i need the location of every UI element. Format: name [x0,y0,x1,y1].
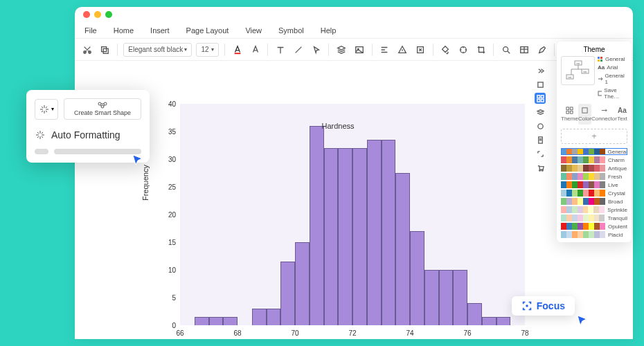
menu-home[interactable]: Home [114,26,134,35]
menubar: File Home Insert Page Layout View Symbol… [75,22,633,39]
text-tool-icon[interactable] [274,43,287,57]
shapes-icon[interactable] [535,79,546,90]
toolbar: Elegant soft black▾ 12▾ [75,39,633,61]
svg-text:text: text [569,76,572,79]
add-theme-button[interactable]: + [561,129,627,144]
histogram-chart: 0510152025303540 Frequency 6668707274767… [151,104,525,346]
maximize-icon[interactable] [105,11,112,18]
minimize-icon[interactable] [94,11,101,18]
histogram-bar [382,140,396,325]
y-tick: 30 [168,156,176,163]
svg-point-7 [503,46,508,51]
svg-rect-38 [570,111,573,113]
grid-icon[interactable] [535,93,546,104]
theme-panel-title: Theme [561,46,627,53]
color-scheme-row[interactable]: Tranquil [561,215,627,221]
color-scheme-row[interactable]: Antique [561,165,627,172]
expand-icon[interactable] [535,148,546,159]
format-slider[interactable] [35,149,141,154]
cart-icon[interactable] [535,162,546,173]
svg-rect-34 [598,91,602,95]
menu-help[interactable]: Help [321,26,337,35]
copy-icon[interactable] [98,43,112,57]
link-icon[interactable] [413,43,427,57]
table-icon[interactable] [517,43,531,57]
histogram-bar [338,148,352,325]
histogram-bar [280,262,295,325]
focus-button[interactable]: Focus [512,296,575,316]
svg-rect-30 [598,57,600,59]
warning-icon[interactable] [395,43,409,57]
y-tick: 20 [168,211,176,219]
auto-formatting-row[interactable]: Auto Formatting [35,129,141,140]
color-scheme-label: Fresh [608,174,627,180]
font-size-select[interactable]: 12▾ [196,43,219,57]
color-scheme-row[interactable]: Opulent [561,223,627,230]
font-select[interactable]: Elegant soft black▾ [123,43,191,57]
tab-color[interactable]: Color [578,104,591,125]
align-left-icon[interactable] [378,43,392,57]
chevron-right-icon[interactable] [535,65,546,76]
color-scheme-row[interactable]: Crystal [561,190,627,197]
color-scheme-row[interactable]: Broad [561,198,627,205]
color-scheme-label: Live [608,182,627,188]
svg-rect-31 [600,57,602,59]
side-toolbar [533,61,547,173]
x-tick: 74 [406,329,413,337]
histogram-bar [467,303,482,325]
menu-view[interactable]: View [245,26,262,35]
menu-page-layout[interactable]: Page Layout [186,26,229,35]
svg-rect-32 [598,60,600,62]
color-scheme-label: Charm [608,157,627,163]
color-scheme-row[interactable]: Placid [561,231,627,238]
create-smart-shape-button[interactable]: Create Smart Shape [64,98,141,120]
page-icon[interactable] [535,134,546,145]
svg-rect-15 [537,82,542,86]
color-scheme-row[interactable]: Sprinkle [561,206,627,213]
menu-file[interactable]: File [84,26,97,35]
menu-symbol[interactable]: Symbol [278,26,304,35]
color-scheme-row[interactable]: Fresh [561,173,627,180]
svg-text:text: text [584,71,587,73]
theme-thumbnail[interactable]: texttexttext [561,56,595,85]
tab-connector[interactable]: Connector [591,104,617,125]
color-scheme-label: Sprinkle [607,207,627,213]
search-icon[interactable] [499,43,513,57]
pen-icon[interactable] [535,43,549,57]
histogram-bar [439,270,454,325]
spark-icon[interactable]: ▾ [35,99,58,120]
color-scheme-label: Opulent [608,224,627,230]
svg-text:text: text [577,62,580,65]
histogram-bar [310,126,324,325]
cut-icon[interactable] [80,43,94,57]
crop-icon[interactable] [474,43,488,57]
app-window: File Home Insert Page Layout View Symbol… [75,7,633,339]
color-scheme-row[interactable]: Charm [561,156,627,163]
svg-point-20 [537,123,542,128]
svg-rect-16 [537,95,539,98]
y-tick: 15 [168,239,176,246]
font-color-icon[interactable] [231,43,244,57]
line-tool-icon[interactable] [292,43,305,57]
layers-icon[interactable] [535,107,546,118]
color-scheme-row[interactable]: General [561,148,627,155]
tab-theme[interactable]: Theme [561,104,578,125]
circle-icon[interactable] [535,120,546,131]
image-icon[interactable] [352,43,366,57]
layers-icon[interactable] [334,43,348,57]
histogram-bar [267,309,281,325]
histogram-bar [497,317,511,325]
auto-format-popup: ▾ Create Smart Shape Auto Formatting [26,90,150,163]
theme-icon[interactable] [456,43,470,57]
menu-insert[interactable]: Insert [150,26,170,35]
histogram-bar [252,309,267,325]
titlebar [75,7,633,22]
color-scheme-label: Tranquil [607,215,627,221]
close-icon[interactable] [83,11,90,18]
color-scheme-label: Antique [608,165,627,172]
tab-text[interactable]: AaText [617,104,627,125]
fill-icon[interactable] [439,43,453,57]
highlight-icon[interactable] [249,43,262,57]
pointer-icon[interactable] [310,43,323,57]
color-scheme-row[interactable]: Live [561,181,627,188]
